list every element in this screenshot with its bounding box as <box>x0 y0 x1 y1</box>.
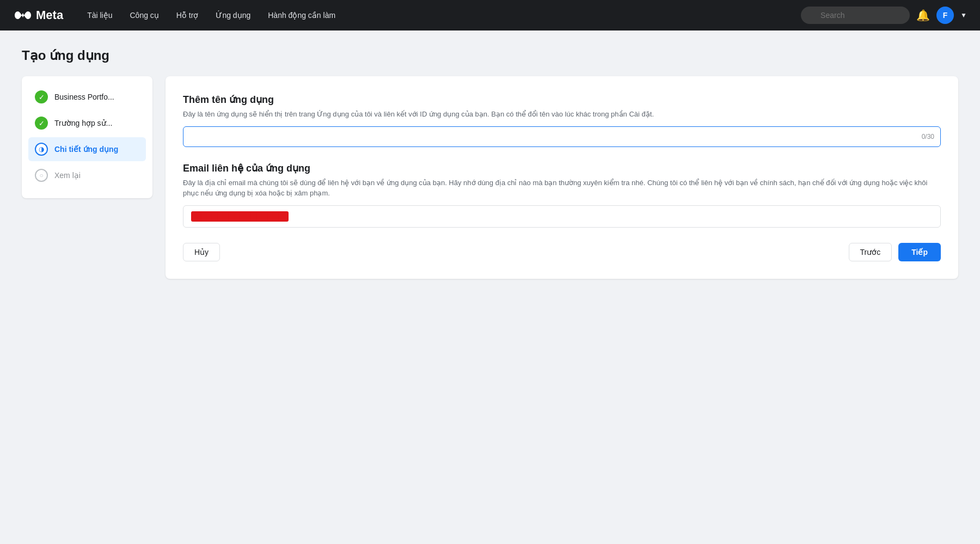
cancel-button[interactable]: Hủy <box>183 243 220 261</box>
nav-ho-tro[interactable]: Hỗ trợ <box>170 7 205 24</box>
sidebar-label-4: Xem lại <box>54 171 81 180</box>
email-redacted-value: ████████████████ <box>191 211 289 222</box>
step-active-icon: ◑ <box>35 143 48 156</box>
email-title: Email liên hệ của ứng dụng <box>183 162 941 174</box>
email-description: Đây là địa chỉ email mà chúng tôi sẽ dùn… <box>183 178 941 199</box>
sidebar-label-2: Trường hợp sử... <box>54 119 112 127</box>
app-name-input[interactable] <box>183 126 941 147</box>
form-card: Thêm tên ứng dụng Đây là tên ứng dụng sẽ… <box>166 76 958 279</box>
step-inactive-icon: ○ <box>35 169 48 182</box>
back-button[interactable]: Trước <box>849 243 892 261</box>
search-input[interactable] <box>801 7 910 24</box>
app-name-description: Đây là tên ứng dụng sẽ hiển thị trên tra… <box>183 109 941 120</box>
sidebar-item-xem-lai: ○ Xem lại <box>28 163 146 187</box>
sidebar-item-truong-hop[interactable]: ✓ Trường hợp sử... <box>28 111 146 135</box>
app-name-title: Thêm tên ứng dụng <box>183 94 941 106</box>
navbar-links: Tài liệu Công cụ Hỗ trợ Ứng dụng Hành độ… <box>81 7 783 24</box>
navbar-right: 🔍 🔔 F ▼ <box>801 7 967 24</box>
app-name-counter: 0/30 <box>922 133 934 140</box>
account-dropdown-icon[interactable]: ▼ <box>960 11 967 19</box>
sidebar-label-1: Business Portfo... <box>54 93 114 101</box>
main-layout: ✓ Business Portfo... ✓ Trường hợp sử... … <box>22 76 958 279</box>
nav-ung-dung[interactable]: Ứng dụng <box>209 7 257 24</box>
notification-bell-icon[interactable]: 🔔 <box>916 9 930 22</box>
meta-logo-icon <box>13 10 33 21</box>
form-actions-right: Trước Tiếp <box>849 243 941 261</box>
navbar: Meta Tài liệu Công cụ Hỗ trợ Ứng dụng Hà… <box>0 0 980 30</box>
avatar[interactable]: F <box>936 7 954 24</box>
page-content: Tạo ứng dụng ✓ Business Portfo... ✓ Trườ… <box>0 30 980 296</box>
nav-cong-cu[interactable]: Công cụ <box>123 7 165 24</box>
sidebar-item-business-portfolio[interactable]: ✓ Business Portfo... <box>28 85 146 109</box>
app-name-input-wrapper: 0/30 <box>183 126 941 147</box>
step-completed-icon-1: ✓ <box>35 90 48 103</box>
app-name-section: Thêm tên ứng dụng Đây là tên ứng dụng sẽ… <box>183 94 941 147</box>
search-wrapper: 🔍 <box>801 7 910 24</box>
form-actions: Hủy Trước Tiếp <box>183 243 941 261</box>
nav-tai-lieu[interactable]: Tài liệu <box>81 7 119 24</box>
nav-hanh-dong[interactable]: Hành động cần làm <box>261 7 342 24</box>
sidebar-item-chi-tiet[interactable]: ◑ Chi tiết ứng dụng <box>28 137 146 161</box>
step-completed-icon-2: ✓ <box>35 117 48 130</box>
meta-logo[interactable]: Meta <box>13 8 63 22</box>
email-input-container: ████████████████ <box>183 205 941 228</box>
email-section: Email liên hệ của ứng dụng Đây là địa ch… <box>183 162 941 228</box>
page-title: Tạo ứng dụng <box>22 48 958 63</box>
sidebar: ✓ Business Portfo... ✓ Trường hợp sử... … <box>22 76 152 198</box>
next-button[interactable]: Tiếp <box>898 243 941 261</box>
sidebar-label-3: Chi tiết ứng dụng <box>54 145 118 154</box>
logo-text: Meta <box>36 8 63 22</box>
